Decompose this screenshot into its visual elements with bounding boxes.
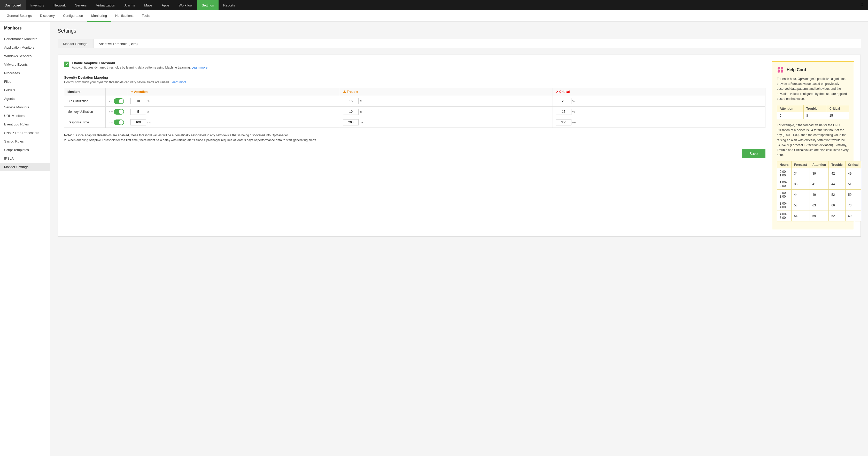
critical-input-response[interactable] — [556, 119, 571, 125]
subnav-configuration[interactable]: Configuration — [59, 10, 87, 22]
sidebar-item-event-log[interactable]: Event Log Rules — [0, 120, 50, 129]
critical-input-memory[interactable] — [556, 109, 571, 115]
help-detail-cell: 3:00-4:00 — [777, 200, 792, 211]
help-detail-cell: 58 — [791, 200, 810, 211]
subnav-tools[interactable]: Tools — [138, 10, 154, 22]
sidebar-item-windows-services[interactable]: Windows Services — [0, 52, 50, 60]
sidebar-item-service-monitors[interactable]: Service Monitors — [0, 103, 50, 112]
checkbox-checkmark: ✓ — [65, 62, 68, 66]
sidebar-item-syslog[interactable]: Syslog Rules — [0, 137, 50, 146]
help-summary-table: Attention Trouble Critical 5 8 15 — [777, 105, 849, 119]
sidebar-item-application[interactable]: Application Monitors — [0, 43, 50, 52]
help-card-description: For each hour, OpManager's predictive al… — [777, 77, 849, 102]
nav-network[interactable]: Network — [49, 0, 70, 10]
nav-more-dots[interactable]: ⋮ — [856, 0, 868, 10]
enable-desc-text: Auto-configures dynamic thresholds by le… — [72, 66, 191, 69]
enable-desc: Auto-configures dynamic thresholds by le… — [72, 66, 208, 69]
trouble-input-cpu[interactable] — [343, 98, 359, 104]
help-detail-cell: 4:00-5:00 — [777, 211, 792, 221]
help-detail-cell: 2:00-3:00 — [777, 190, 792, 200]
sidebar-item-monitor-settings[interactable]: Monitor Settings — [0, 163, 50, 171]
help-detail-cell: 52 — [829, 190, 845, 200]
attention-cell-response: ms — [127, 117, 340, 128]
nav-alarms[interactable]: Alarms — [120, 0, 140, 10]
nav-dashboard[interactable]: Dashboard — [0, 0, 26, 10]
nav-maps[interactable]: Maps — [140, 0, 157, 10]
subnav-monitoring[interactable]: Monitoring — [87, 10, 111, 22]
nav-workflow[interactable]: Workflow — [174, 0, 197, 10]
sidebar-item-folders[interactable]: Folders — [0, 86, 50, 94]
nav-servers[interactable]: Servers — [70, 0, 91, 10]
sidebar-item-ipsla[interactable]: IPSLA — [0, 154, 50, 163]
toggle-memory[interactable] — [114, 109, 124, 115]
enable-title: Enable Adaptive Threshold — [72, 61, 208, 65]
help-detail-cell: 1:00-2:00 — [777, 179, 792, 190]
attention-input-memory[interactable] — [130, 109, 146, 115]
help-detail-cell: 51 — [845, 179, 861, 190]
help-detail-table: Hours Forecast Attention Trouble Critica… — [777, 161, 861, 221]
sidebar-title: Monitors — [0, 26, 50, 35]
svg-point-1 — [781, 67, 783, 69]
help-icon — [777, 66, 784, 74]
nav-inventory[interactable]: Inventory — [26, 0, 49, 10]
arrow-right-response: > — [109, 121, 110, 124]
help-detail-row: 0:00-1:0034394249 — [777, 168, 861, 179]
help-card-icon-svg — [777, 66, 784, 74]
help-th-trouble: Trouble — [803, 105, 827, 112]
sidebar: Monitors Performance Monitors Applicatio… — [0, 22, 51, 456]
sidebar-item-processes[interactable]: Processes — [0, 69, 50, 77]
nav-settings[interactable]: Settings — [197, 0, 219, 10]
sidebar-item-files[interactable]: Files — [0, 77, 50, 86]
trouble-unit-response: ms — [360, 121, 364, 124]
toggle-cell-response: > ▾ — [106, 117, 127, 128]
arrow-down-response: ▾ — [111, 121, 113, 124]
th-critical: ✕ Critical — [553, 88, 765, 96]
tab-monitor-settings[interactable]: Monitor Settings — [58, 39, 93, 48]
enable-text-block: Enable Adaptive Threshold Auto-configure… — [72, 61, 208, 69]
help-summary-header-row: Attention Trouble Critical — [777, 105, 849, 112]
page-title: Settings — [58, 28, 861, 34]
trouble-input-response[interactable] — [343, 119, 359, 125]
help-detail-cell: 62 — [829, 211, 845, 221]
nav-apps[interactable]: Apps — [157, 0, 174, 10]
sidebar-item-performance[interactable]: Performance Monitors — [0, 35, 50, 43]
subnav-discovery[interactable]: Discovery — [36, 10, 59, 22]
enable-learn-more-link[interactable]: Learn more — [192, 66, 208, 69]
subnav-general[interactable]: General Settings — [3, 10, 36, 22]
nav-reports[interactable]: Reports — [219, 0, 240, 10]
attention-input-cpu[interactable] — [130, 98, 146, 104]
help-detail-th-critical: Critical — [845, 162, 861, 168]
arrow-right-memory: > — [109, 110, 110, 113]
trouble-cell-memory: % — [340, 107, 553, 117]
help-critical-val: 15 — [827, 112, 849, 119]
enable-checkbox[interactable]: ✓ — [64, 62, 69, 67]
help-detail-cell: 49 — [845, 168, 861, 179]
help-detail-cell: 0:00-1:00 — [777, 168, 792, 179]
critical-input-cpu[interactable] — [556, 98, 571, 104]
trouble-input-memory[interactable] — [343, 109, 359, 115]
help-attention-val: 5 — [777, 112, 804, 119]
toggle-response[interactable] — [114, 119, 124, 125]
help-detail-cell: 36 — [791, 179, 810, 190]
monitor-name-cpu: CPU Utilization — [64, 96, 106, 107]
severity-learn-more-link[interactable]: Learn more — [170, 80, 186, 84]
help-detail-cell: 54 — [791, 211, 810, 221]
toggle-cell-cpu: > ▾ — [106, 96, 127, 107]
note-text: Note: 1. Once Adaptive thresholds are en… — [64, 133, 766, 143]
attention-cell-cpu: % — [127, 96, 340, 107]
attention-unit-response: ms — [147, 121, 151, 124]
severity-section-desc: Control how much your dynamic thresholds… — [64, 80, 766, 84]
help-detail-th-forecast: Forecast — [791, 162, 810, 168]
sidebar-item-url-monitors[interactable]: URL Monitors — [0, 112, 50, 120]
nav-virtualization[interactable]: Virtualization — [91, 0, 120, 10]
tab-adaptive-threshold[interactable]: Adaptive Threshold (Beta) — [93, 39, 143, 48]
subnav-notifications[interactable]: Notifications — [111, 10, 138, 22]
sidebar-item-vmware[interactable]: VMware Events — [0, 60, 50, 69]
toggle-cpu[interactable] — [114, 98, 124, 104]
attention-unit-cpu: % — [147, 99, 150, 103]
sidebar-item-snmp-trap[interactable]: SNMP Trap Processors — [0, 129, 50, 137]
sidebar-item-script-templates[interactable]: Script Templates — [0, 146, 50, 154]
save-button[interactable]: Save — [742, 149, 766, 158]
sidebar-item-agents[interactable]: Agents — [0, 94, 50, 103]
attention-input-response[interactable] — [130, 119, 146, 125]
